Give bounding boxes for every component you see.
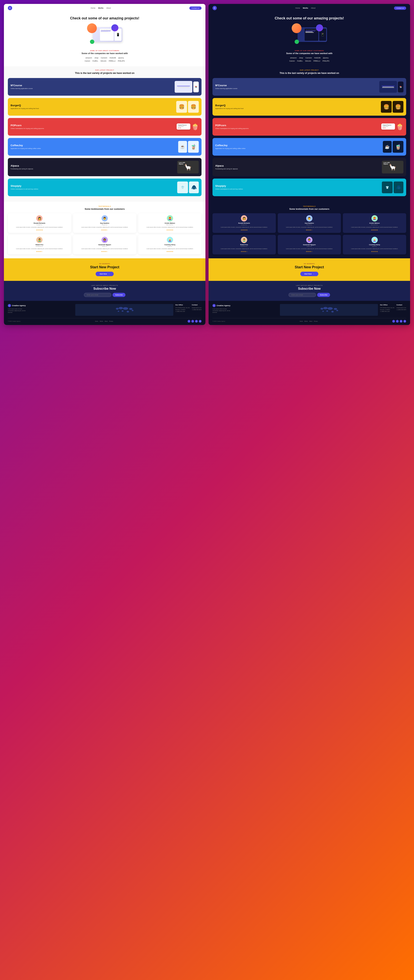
- testimonial-role-2: Microsoft Inc.: [140, 224, 199, 225]
- social-icon-yt[interactable]: yt: [403, 320, 406, 323]
- world-map: [75, 304, 174, 316]
- brand-logo: PHILIPS: [118, 60, 125, 62]
- testimonial-avatar-3: 👨‍🦱: [241, 237, 247, 243]
- social-icon-f[interactable]: f: [188, 320, 190, 323]
- nav-link-works[interactable]: Works: [98, 7, 103, 9]
- popcorn-product-card: Original Popcorn Quality Spices $3.99: [177, 124, 190, 130]
- svg-point-7: [132, 310, 134, 311]
- testimonial-stars-3: ★★★★☆: [10, 251, 69, 253]
- card-title-burgerq: BurgerQ: [11, 104, 174, 107]
- svg-point-5: [118, 311, 119, 312]
- svg-point-15: [336, 310, 338, 311]
- subscribe-label: Last Notice About Projects: [212, 285, 406, 286]
- projects-label: Our Latest Project: [212, 69, 406, 71]
- card-subtitle-popcorn: Online marketplace for buying and sellin…: [215, 127, 379, 130]
- customers-section: Some of our Great Customers Some of the …: [4, 47, 205, 66]
- footer-office-text: 2741 McRae Road, Ste 201Honolulu, HI 968…: [380, 307, 394, 313]
- footer-nav-link[interactable]: Works: [100, 321, 103, 322]
- testimonial-card-1: 👨 Guy Hawkins Paypal Inc. Lorem ipsum do…: [278, 213, 341, 233]
- testimonials-title: Some testimonials from our customers: [8, 208, 202, 210]
- svg-point-13: [322, 311, 324, 312]
- social-icon-t[interactable]: t: [191, 320, 194, 323]
- social-icon-in[interactable]: in: [400, 320, 403, 323]
- footer-office: Our Office 2741 McRae Road, Ste 201Honol…: [380, 304, 394, 316]
- social-icon-f[interactable]: f: [392, 320, 395, 323]
- footer-brand: Creative Agency: [12, 305, 25, 307]
- nav-link-home[interactable]: Home: [91, 7, 95, 9]
- card-title-popcorn: POPcorn: [215, 124, 379, 127]
- subscribe-email-input[interactable]: [288, 293, 316, 297]
- card-text-coffeejoy: CoffeeJoy Application for buying and sel…: [215, 144, 381, 150]
- card-images-burgerq: 🍔 🍔: [176, 101, 199, 113]
- testimonial-role-1: Paypal Inc.: [75, 224, 134, 225]
- social-icon-in[interactable]: in: [195, 320, 198, 323]
- testimonial-text-3: Lorem ipsum dolor sit amet, consectetur …: [215, 248, 274, 250]
- project-card-alpaca: Alpaca Fundraising and caring for alpaca…: [8, 158, 202, 176]
- footer-contact: Contact info@creative.com+1 (808) 555-56…: [396, 304, 406, 316]
- testimonial-text-3: Lorem ipsum dolor sit amet, consectetur …: [10, 248, 69, 250]
- card-title-alpaca: Alpaca: [11, 164, 175, 167]
- customers-label: Some of our Great Customers: [212, 50, 406, 51]
- page-light: C HomeWorksAbout Contact us Check out so…: [4, 4, 205, 325]
- footer-nav-link[interactable]: About: [309, 321, 312, 322]
- shopiply-phone2: 🧥: [189, 181, 199, 193]
- footer-nav-link[interactable]: Home: [300, 321, 303, 322]
- footer-nav-link[interactable]: Privacy: [314, 321, 318, 322]
- nav-link-about[interactable]: About: [106, 7, 111, 9]
- footer-nav-link[interactable]: Works: [304, 321, 308, 322]
- testimonial-name-3: Robert Fox: [215, 244, 274, 246]
- social-icon-yt[interactable]: yt: [199, 320, 202, 323]
- nav-cta-button[interactable]: Contact us: [189, 6, 202, 10]
- cta-button[interactable]: Start Now →: [96, 272, 113, 276]
- cta-button[interactable]: Start Now →: [300, 272, 318, 276]
- burgerq-phone1: 🍔: [176, 101, 187, 113]
- card-subtitle-shopiply: Online marketplace to sell and buy cloth…: [215, 188, 380, 190]
- burgerq-phone1: 🍔: [381, 101, 392, 113]
- project-card-burgerq: BurgerQ Applications for buying and sell…: [212, 98, 406, 116]
- testimonial-card-5: 👩‍🦳 Courtney Henry Apple Inc. Lorem ipsu…: [138, 235, 202, 255]
- nav-cta-button[interactable]: Contact us: [394, 6, 406, 10]
- customers-title: Some of the companies we have worked wit…: [212, 52, 406, 54]
- coffeejoy-phone1: ☕: [383, 141, 392, 153]
- subscribe-button[interactable]: Subscribe: [317, 293, 330, 297]
- footer-nav-link[interactable]: Home: [95, 321, 98, 322]
- navigation: C HomeWorksAbout Contact us: [4, 4, 205, 12]
- testimonial-card-2: 👩‍🦰 Kristin Watson Microsoft Inc. Lorem …: [343, 213, 406, 233]
- cta-title: Start New Project: [212, 265, 406, 269]
- testimonial-card-1: 👨 Guy Hawkins Paypal Inc. Lorem ipsum do…: [73, 213, 137, 233]
- card-subtitle-popcorn: Online marketplace for buying and sellin…: [11, 127, 175, 130]
- cta-btn-label: Start Now: [304, 273, 312, 275]
- testimonial-avatar-4: 👩‍🦱: [306, 237, 312, 243]
- footer-contact-title: Contact: [192, 304, 202, 306]
- testimonial-stars-1: ★★★★☆: [280, 229, 339, 231]
- card-title-popcorn: POPcorn: [11, 124, 175, 127]
- footer-nav-link[interactable]: About: [105, 321, 108, 322]
- burgerq-phone2: 🍔: [393, 101, 403, 113]
- card-title-coffeejoy: CoffeeJoy: [215, 144, 381, 147]
- social-icon-t[interactable]: t: [396, 320, 399, 323]
- projects-section: Our Latest Project This is the last vari…: [209, 66, 410, 202]
- brand-logo: PIRELLI: [109, 60, 116, 62]
- card-title-mcourse: M'Course: [215, 84, 377, 87]
- nav-link-about[interactable]: About: [311, 7, 315, 9]
- mcourse-screen: [379, 81, 397, 93]
- testimonial-card-5: 👩‍🦳 Courtney Henry Apple Inc. Lorem ipsu…: [343, 235, 406, 255]
- footer-nav-link[interactable]: Privacy: [109, 321, 113, 322]
- brand-logo: PIRELLI: [314, 60, 320, 62]
- nav-link-home[interactable]: Home: [295, 7, 300, 9]
- card-subtitle-burgerq: Applications for buying and selling fast…: [11, 108, 174, 110]
- brand-logo: amazon: [86, 57, 92, 59]
- cta-section: No Worries Start New Project Start Now →: [209, 258, 410, 281]
- mcourse-screen: [175, 81, 192, 93]
- brand-logo: bitcoin: [305, 60, 311, 62]
- testimonial-avatar-4: 👩‍🦱: [102, 237, 108, 243]
- subscribe-email-input[interactable]: [84, 293, 111, 297]
- subscribe-section: Last Notice About Projects Subscribe Now…: [4, 281, 205, 301]
- logos-row-2: CanonFedEx.bitcoinPIRELLIPHILIPS: [212, 60, 406, 62]
- nav-link-works[interactable]: Works: [303, 7, 308, 9]
- footer-logo-area: C Creative Agency Lorem ipsum dolor sit …: [8, 304, 73, 316]
- subscribe-button[interactable]: Subscribe: [113, 293, 126, 297]
- testimonial-role-5: Apple Inc.: [140, 246, 199, 247]
- testimonial-text-1: Lorem ipsum dolor sit amet, consectetur …: [75, 226, 134, 228]
- testimonial-avatar-1: 👨: [102, 215, 108, 221]
